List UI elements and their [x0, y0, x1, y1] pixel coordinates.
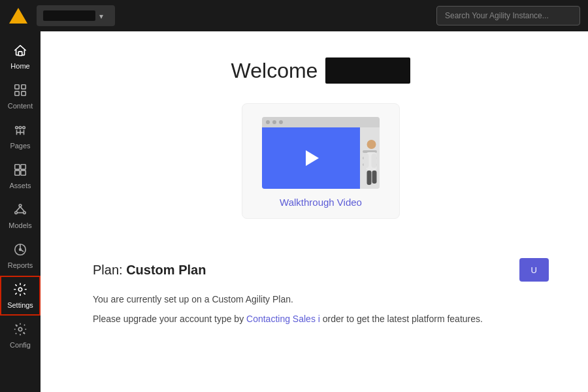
svg-rect-3: [15, 91, 19, 95]
sidebar-label-pages: Pages: [10, 142, 30, 150]
svg-point-18: [24, 212, 26, 214]
sidebar-item-content[interactable]: Content: [0, 76, 41, 116]
svg-point-28: [367, 140, 376, 149]
home-icon: [13, 43, 27, 59]
person-illustration: [355, 138, 380, 189]
reports-icon: [13, 242, 27, 259]
instance-name: [43, 10, 95, 21]
browser-dot-2: [272, 120, 276, 124]
plan-name: Custom Plan: [126, 263, 206, 277]
sidebar: Home Content: [0, 31, 41, 392]
plan-title-prefix: Plan:: [93, 263, 126, 277]
svg-rect-2: [22, 85, 25, 89]
upgrade-button[interactable]: U: [519, 258, 549, 282]
welcome-text: Welcome: [231, 59, 318, 83]
svg-rect-30: [364, 154, 369, 168]
svg-rect-15: [21, 171, 25, 175]
browser-dot-1: [266, 120, 270, 124]
video-label[interactable]: Walkthrough Video: [280, 197, 362, 208]
settings-icon: [13, 282, 27, 299]
content-area: Welcome: [41, 31, 588, 392]
config-icon: [13, 322, 27, 338]
chevron-down-icon: [99, 11, 103, 21]
browser-dot-3: [279, 120, 283, 124]
plan-desc-1-text: You are currently set up on a Custom Agi…: [93, 294, 293, 304]
svg-point-7: [23, 127, 25, 129]
plan-desc-2-start: Please upgrade your account type by: [93, 314, 244, 324]
sidebar-item-settings[interactable]: Settings: [0, 276, 41, 316]
plan-header: Plan: Custom Plan U: [93, 258, 549, 282]
svg-rect-32: [367, 171, 372, 185]
svg-point-25: [18, 327, 22, 331]
sidebar-item-models[interactable]: Models: [0, 196, 41, 236]
svg-point-16: [19, 204, 22, 207]
search-box[interactable]: Search Your Agility Instance...: [436, 6, 580, 25]
sidebar-label-config: Config: [10, 341, 31, 349]
assets-icon: [13, 163, 27, 179]
svg-rect-0: [18, 52, 22, 56]
svg-rect-1: [15, 85, 19, 89]
plan-title: Plan: Custom Plan: [93, 263, 206, 278]
svg-rect-31: [372, 154, 377, 168]
video-play-area: [262, 127, 360, 189]
sidebar-item-assets[interactable]: Assets: [0, 156, 41, 196]
sidebar-label-reports: Reports: [8, 261, 33, 269]
welcome-title: Welcome: [93, 57, 549, 84]
svg-point-24: [18, 287, 22, 291]
search-placeholder: Search Your Agility Instance...: [445, 11, 549, 20]
plan-section: Plan: Custom Plan U You are currently se…: [41, 258, 588, 327]
sidebar-label-models: Models: [8, 221, 31, 229]
svg-point-27: [23, 332, 25, 334]
sidebar-item-pages[interactable]: Pages: [0, 116, 41, 156]
main-layout: Home Content: [0, 31, 588, 392]
plan-desc-2-end: order to get the latest platform feature…: [323, 314, 483, 324]
models-icon: [13, 203, 27, 219]
svg-point-6: [19, 127, 22, 129]
logo-triangle: [9, 8, 27, 24]
content-icon: [13, 83, 27, 99]
svg-line-19: [16, 206, 20, 211]
browser-bar: [262, 117, 380, 127]
sidebar-label-assets: Assets: [9, 182, 31, 189]
sidebar-item-reports[interactable]: Reports: [0, 236, 41, 276]
svg-rect-12: [15, 165, 20, 169]
video-thumbnail: [262, 117, 380, 189]
svg-line-20: [20, 206, 24, 211]
video-card[interactable]: Walkthrough Video: [242, 103, 400, 219]
logo: [8, 5, 29, 26]
topbar: Search Your Agility Instance...: [0, 0, 588, 31]
instance-dropdown[interactable]: [37, 5, 115, 26]
sidebar-item-config[interactable]: Config: [0, 316, 41, 355]
sidebar-label-settings: Settings: [7, 301, 33, 309]
svg-point-23: [20, 249, 22, 251]
plan-description-1: You are currently set up on a Custom Agi…: [93, 292, 549, 306]
plan-description-2: Please upgrade your account type by Cont…: [93, 312, 549, 326]
contact-sales-link[interactable]: Contacting Sales i: [246, 314, 320, 324]
sidebar-label-content: Content: [8, 102, 33, 110]
welcome-section: Welcome: [41, 31, 588, 258]
svg-rect-4: [22, 91, 25, 95]
user-name-redacted: [325, 57, 410, 84]
svg-point-26: [16, 325, 18, 327]
svg-rect-33: [372, 171, 377, 184]
svg-rect-13: [21, 165, 25, 169]
upgrade-label: U: [531, 265, 537, 275]
sidebar-label-home: Home: [10, 62, 29, 70]
sidebar-item-home[interactable]: Home: [0, 37, 41, 76]
svg-rect-14: [15, 171, 20, 175]
play-icon: [306, 150, 319, 166]
svg-point-17: [15, 212, 18, 214]
svg-point-5: [16, 127, 18, 129]
pages-icon: [13, 123, 27, 139]
